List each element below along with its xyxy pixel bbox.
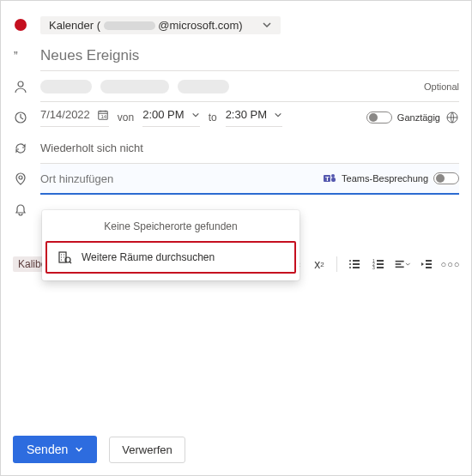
location-icon [13, 172, 28, 186]
svg-text:3: 3 [372, 265, 375, 270]
calendar-name-prefix: Kalender ( [49, 19, 100, 32]
title-row: ” [13, 40, 459, 71]
discard-button[interactable]: Verwerfen [109, 437, 185, 463]
optional-attendees-button[interactable]: Optional [424, 81, 459, 92]
send-button[interactable]: Senden [13, 436, 97, 463]
no-locations-message: Keine Speicherorte gefunden [42, 217, 300, 241]
svg-point-6 [19, 176, 22, 179]
building-search-icon [57, 250, 73, 265]
send-button-label: Senden [27, 443, 68, 456]
recurrence-row: Wiederholt sich nicht [13, 133, 459, 164]
bell-icon [13, 203, 28, 217]
svg-text:14: 14 [100, 113, 106, 119]
chevron-down-icon [405, 261, 411, 268]
dialog-footer: Senden Verwerfen [1, 424, 471, 475]
svg-rect-18 [353, 267, 360, 268]
attendees-row: Optional [13, 71, 459, 102]
svg-point-1 [18, 81, 23, 87]
svg-point-13 [349, 260, 351, 262]
numbered-list-button[interactable]: 123 [370, 256, 387, 273]
svg-rect-22 [377, 263, 384, 265]
date-picker[interactable]: 7/14/2022 14 [40, 108, 109, 127]
to-label: to [209, 111, 217, 124]
svg-rect-28 [426, 260, 432, 262]
calendar-selector[interactable]: Kalender ( @microsoft.com) [40, 16, 281, 34]
attendees-input[interactable] [40, 80, 417, 93]
teams-icon: T [323, 172, 336, 185]
globe-icon[interactable] [445, 111, 459, 124]
attendee-chip [100, 80, 169, 93]
quote-icon: ” [13, 49, 28, 63]
location-row: T Teams-Besprechung [13, 164, 459, 195]
svg-rect-29 [426, 263, 432, 265]
browse-more-rooms-item[interactable]: Weitere Räume durchsuchen [45, 241, 296, 274]
recurrence-selector[interactable]: Wiederholt sich nicht [40, 142, 143, 154]
chevron-down-icon [75, 445, 83, 454]
align-button[interactable] [394, 256, 411, 273]
chevron-down-icon [262, 20, 272, 30]
end-time-text: 2:30 PM [226, 108, 267, 121]
start-time-text: 2:00 PM [142, 108, 184, 121]
chevron-down-icon [274, 111, 282, 119]
svg-point-17 [349, 267, 351, 268]
svg-rect-10 [331, 178, 336, 182]
toolbar-divider [336, 256, 337, 272]
allday-label: Ganztägig [397, 112, 440, 123]
browse-more-rooms-label: Weitere Räume durchsuchen [82, 251, 215, 263]
location-suggestions-popup: Keine Speicherorte gefunden Weitere Räum… [42, 210, 300, 280]
repeat-icon [13, 142, 28, 155]
end-time-picker[interactable]: 2:30 PM [226, 108, 282, 127]
svg-text:T: T [325, 175, 330, 183]
datetime-row: 7/14/2022 14 von 2:00 PM to 2:30 PM Ganz… [13, 102, 459, 133]
more-formatting-button[interactable]: ○○○ [442, 256, 459, 273]
calendar-name-redacted [104, 21, 155, 30]
calendar-icon: 14 [97, 109, 109, 121]
svg-rect-26 [396, 263, 402, 265]
event-title-input[interactable] [40, 47, 459, 64]
calendar-name-suffix: @microsoft.com) [158, 19, 242, 32]
svg-rect-16 [353, 263, 360, 265]
svg-point-9 [331, 174, 335, 178]
svg-rect-24 [377, 267, 384, 268]
teams-meeting-label: Teams-Besprechung [342, 173, 428, 184]
attendee-chip [40, 80, 92, 93]
start-time-picker[interactable]: 2:00 PM [142, 108, 199, 127]
date-text: 7/14/2022 [40, 108, 90, 121]
subscript-button[interactable]: x2 [311, 256, 328, 273]
calendar-row: Kalender ( @microsoft.com) [13, 9, 459, 40]
svg-text:”: ” [14, 49, 18, 63]
svg-rect-14 [353, 260, 360, 262]
clock-icon [13, 111, 28, 124]
attendee-chip [178, 80, 229, 93]
location-input[interactable] [40, 172, 316, 185]
teams-meeting-toggle[interactable] [433, 172, 459, 184]
svg-rect-25 [396, 261, 404, 262]
outdent-button[interactable] [418, 256, 435, 273]
bulleted-list-button[interactable] [346, 256, 363, 273]
person-icon [13, 80, 28, 93]
allday-toggle[interactable] [366, 111, 392, 124]
chevron-down-icon [191, 111, 200, 119]
svg-rect-30 [426, 267, 432, 268]
calendar-color-dot [15, 19, 27, 31]
from-label: von [118, 111, 134, 124]
svg-rect-20 [377, 260, 384, 262]
svg-rect-27 [396, 266, 404, 268]
svg-point-15 [349, 263, 351, 265]
